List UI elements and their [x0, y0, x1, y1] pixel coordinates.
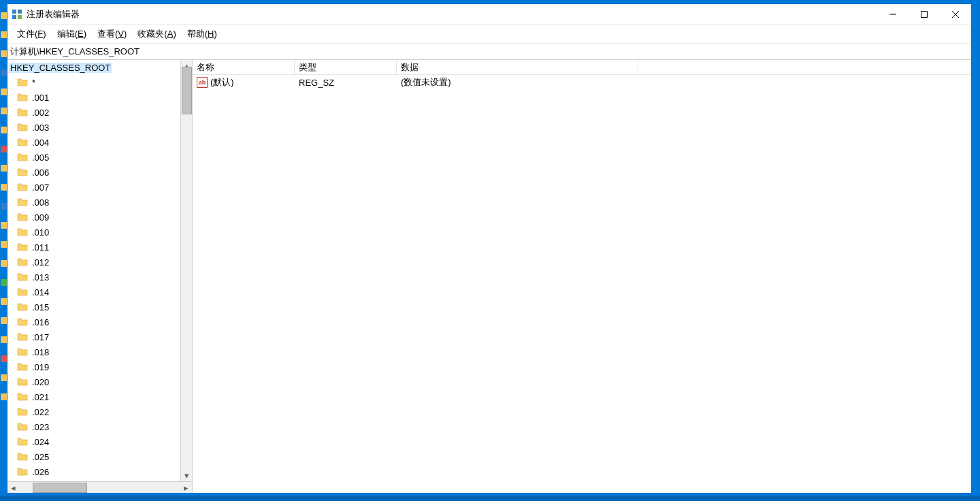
- tree-item[interactable]: .014: [7, 285, 192, 300]
- tree-item[interactable]: .010: [7, 225, 192, 240]
- folder-icon: [17, 108, 28, 117]
- list-header: 名称 类型 数据: [193, 60, 971, 75]
- tree-item[interactable]: .001: [7, 90, 192, 105]
- list-row[interactable]: ab(默认)REG_SZ(数值未设置): [193, 75, 971, 90]
- tree-item[interactable]: .012: [7, 255, 192, 270]
- scroll-thumb-h[interactable]: [33, 483, 87, 493]
- menu-bar: 文件(F) 编辑(E) 查看(V) 收藏夹(A) 帮助(H): [7, 25, 971, 44]
- folder-icon: [17, 317, 28, 327]
- folder-icon: [17, 123, 28, 132]
- title-bar[interactable]: 注册表编辑器: [7, 4, 971, 25]
- folder-icon: [17, 212, 28, 222]
- window-title: 注册表编辑器: [27, 8, 80, 20]
- tree-item[interactable]: .021: [7, 389, 192, 404]
- value-list: 名称 类型 数据 ab(默认)REG_SZ(数值未设置): [193, 60, 971, 493]
- tree-item[interactable]: .003: [7, 120, 192, 135]
- column-type[interactable]: 类型: [295, 60, 397, 74]
- folder-icon: [17, 197, 28, 207]
- tree-item[interactable]: .005: [7, 150, 192, 165]
- tree-item[interactable]: .019: [7, 359, 192, 374]
- maximize-button[interactable]: [909, 4, 940, 25]
- menu-help[interactable]: 帮助(H): [182, 26, 223, 42]
- tree-item[interactable]: .022: [7, 404, 192, 419]
- column-data[interactable]: 数据: [397, 60, 638, 74]
- tree-item[interactable]: .011: [7, 240, 192, 255]
- folder-icon: [17, 392, 28, 402]
- menu-favorites[interactable]: 收藏夹(A): [132, 26, 181, 42]
- svg-rect-4: [921, 12, 928, 18]
- folder-icon: [17, 287, 28, 297]
- folder-icon: [17, 182, 28, 192]
- regedit-window: 注册表编辑器 文件(F) 编辑(E) 查看(V) 收藏夹(A) 帮助(H) HK…: [7, 3, 972, 494]
- registry-tree[interactable]: HKEY_CLASSES_ROOT*.001.002.003.004.005.0…: [7, 60, 192, 481]
- tree-item[interactable]: .023: [7, 419, 192, 434]
- svg-rect-2: [12, 15, 16, 19]
- tree-item[interactable]: .015: [7, 300, 192, 314]
- tree-item[interactable]: .009: [7, 210, 192, 225]
- minimize-button[interactable]: [877, 4, 909, 25]
- folder-icon: [17, 362, 28, 372]
- tree-item[interactable]: .018: [7, 344, 192, 359]
- address-bar: [7, 44, 971, 60]
- folder-icon: [17, 467, 28, 476]
- folder-icon: [17, 437, 28, 447]
- tree-item[interactable]: .004: [7, 135, 192, 150]
- scroll-left-icon[interactable]: ◂: [7, 482, 19, 494]
- folder-icon: [17, 257, 28, 267]
- folder-icon: [17, 302, 28, 312]
- tree-item[interactable]: .016: [7, 314, 192, 329]
- reg-string-icon: ab: [197, 77, 208, 88]
- svg-rect-3: [18, 15, 22, 19]
- close-button[interactable]: [940, 4, 971, 25]
- tree-horizontal-scrollbar[interactable]: ◂ ▸: [7, 481, 192, 493]
- folder-icon: [17, 152, 28, 162]
- taskbar[interactable]: [0, 496, 980, 501]
- folder-icon: [17, 407, 28, 417]
- svg-rect-0: [12, 10, 16, 14]
- tree-item[interactable]: .007: [7, 180, 192, 195]
- tree-item[interactable]: .006: [7, 165, 192, 180]
- svg-rect-1: [18, 10, 22, 14]
- regedit-icon: [12, 9, 22, 20]
- folder-icon: [17, 227, 28, 237]
- tree-item[interactable]: .013: [7, 270, 192, 285]
- folder-icon: [17, 272, 28, 282]
- folder-icon: [17, 242, 28, 252]
- menu-edit[interactable]: 编辑(E): [52, 26, 92, 42]
- folder-icon: [17, 138, 28, 147]
- tree-item[interactable]: .020: [7, 374, 192, 389]
- scroll-thumb[interactable]: [182, 67, 192, 114]
- tree-root[interactable]: HKEY_CLASSES_ROOT: [7, 60, 192, 75]
- menu-file[interactable]: 文件(F): [12, 26, 52, 42]
- tree-item[interactable]: .026: [7, 464, 192, 479]
- folder-icon: [17, 78, 28, 87]
- column-name[interactable]: 名称: [193, 60, 295, 74]
- scroll-down-icon[interactable]: ▾: [181, 470, 193, 481]
- tree-item[interactable]: .002: [7, 105, 192, 120]
- folder-icon: [17, 422, 28, 432]
- menu-view[interactable]: 查看(V): [92, 26, 132, 42]
- tree-item[interactable]: .024: [7, 434, 192, 449]
- tree-item[interactable]: .017: [7, 329, 192, 344]
- tree-item[interactable]: .025: [7, 449, 192, 464]
- folder-icon: [17, 332, 28, 342]
- folder-icon: [17, 167, 28, 177]
- tree-item[interactable]: *: [7, 75, 192, 90]
- folder-icon: [17, 347, 28, 357]
- folder-icon: [17, 93, 28, 102]
- folder-icon: [17, 452, 28, 462]
- folder-icon: [17, 377, 28, 387]
- tree-vertical-scrollbar[interactable]: ▴ ▾: [180, 60, 192, 481]
- tree-item[interactable]: .008: [7, 195, 192, 210]
- scroll-right-icon[interactable]: ▸: [180, 482, 192, 494]
- address-input[interactable]: [7, 45, 971, 58]
